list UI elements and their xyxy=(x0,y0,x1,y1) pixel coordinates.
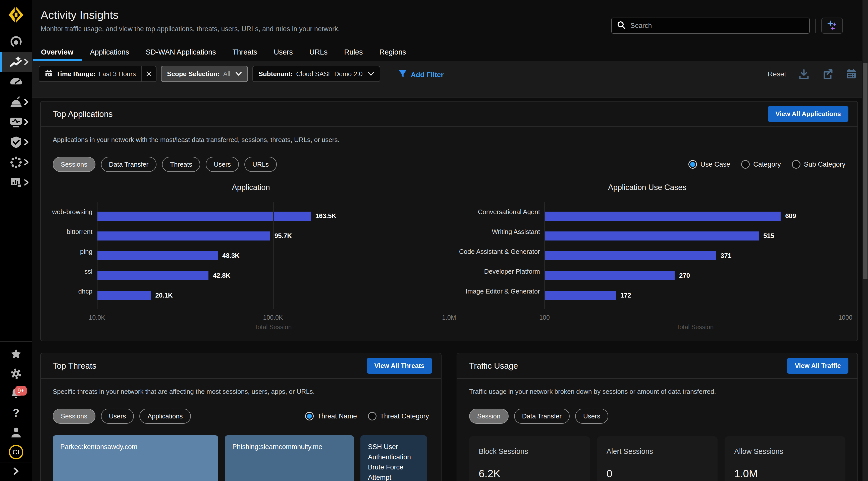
treemap-tile[interactable]: Phishing:slearncommnuity.me xyxy=(225,435,354,481)
tab-users[interactable]: Users xyxy=(266,43,301,61)
toggle-urls[interactable]: URLs xyxy=(244,157,277,172)
grouping-radio-group: Use Case Category Sub Category xyxy=(688,160,845,169)
tab-urls[interactable]: URLs xyxy=(301,43,336,61)
axis-tick: 1.0M xyxy=(442,314,456,321)
search-icon xyxy=(617,21,626,31)
chart-bar xyxy=(97,271,209,280)
chevron-right-icon xyxy=(24,159,29,166)
download-button[interactable] xyxy=(798,68,810,80)
threat-grouping-radio-group: Threat Name Threat Category xyxy=(305,412,429,420)
card-description: Traffic usage in your network broken dow… xyxy=(469,388,845,396)
threats-treemap: Parked:kentonsawdy.com Phishing:slearnco… xyxy=(53,435,429,481)
settings-button[interactable] xyxy=(0,364,32,384)
export-button[interactable] xyxy=(822,68,833,80)
filter-value: Last 3 Hours xyxy=(99,70,136,78)
radio-use-case[interactable]: Use Case xyxy=(688,160,731,169)
sidebar-item-reports[interactable] xyxy=(0,172,32,192)
scrollbar-thumb[interactable] xyxy=(863,63,868,279)
scope-selection-dropdown[interactable]: Scope Selection: All xyxy=(161,66,248,82)
export-icon xyxy=(822,68,833,80)
radio-threat-name[interactable]: Threat Name xyxy=(305,412,357,420)
chart-bar xyxy=(545,251,716,260)
toggle-threats[interactable]: Threats xyxy=(162,157,200,172)
card-title: Top Applications xyxy=(53,109,113,119)
search-box[interactable] xyxy=(611,18,810,34)
tab-applications[interactable]: Applications xyxy=(82,43,137,61)
toggle-users[interactable]: Users xyxy=(575,409,608,424)
chart-value-label: 172 xyxy=(620,292,631,299)
filter-value: Cloud SASE Demo 2.0 xyxy=(296,70,363,78)
radio-threat-category[interactable]: Threat Category xyxy=(368,412,429,420)
remove-time-range-filter-button[interactable] xyxy=(142,66,156,82)
time-range-filter-chip[interactable]: Time Range: Last 3 Hours xyxy=(39,66,156,82)
sidebar-item-workflows[interactable] xyxy=(0,152,32,172)
chart-category-label: bittorrent xyxy=(53,222,97,242)
view-all-traffic-button[interactable]: View All Traffic xyxy=(787,358,848,374)
favorites-button[interactable] xyxy=(0,344,32,364)
axis-tick: 1000 xyxy=(838,314,852,321)
chart-bar xyxy=(97,251,218,260)
tab-rules[interactable]: Rules xyxy=(336,43,371,61)
chart-category-label: Image Editor & Generator xyxy=(449,281,545,301)
notifications-button[interactable]: 9+ xyxy=(0,384,32,403)
axis-tick: 100.0K xyxy=(263,314,283,321)
toggle-data-transfer[interactable]: Data Transfer xyxy=(514,409,570,424)
chart-value-label: 42.8K xyxy=(213,272,230,279)
toggle-applications[interactable]: Applications xyxy=(140,409,191,424)
treemap-tile[interactable]: SSH User Authentication Brute Force Atte… xyxy=(361,435,427,481)
profile-button[interactable] xyxy=(0,423,32,442)
toggle-session[interactable]: Session xyxy=(469,409,508,424)
chart-category-label: Developer Platform xyxy=(449,262,545,281)
view-all-threats-button[interactable]: View All Threats xyxy=(367,358,432,374)
subtenant-dropdown[interactable]: Subtenant: Cloud SASE Demo 2.0 xyxy=(252,66,380,82)
chart-value-label: 20.1K xyxy=(155,292,173,299)
toggle-data-transfer[interactable]: Data Transfer xyxy=(101,157,157,172)
chart-bar xyxy=(545,232,759,241)
chart-plot-area: 609 515 371 270 172 xyxy=(545,202,845,309)
toggle-sessions[interactable]: Sessions xyxy=(53,157,95,172)
help-button[interactable]: ? xyxy=(0,403,32,423)
x-axis-ticks: 10.0K 100.0K 1.0M xyxy=(97,312,449,324)
tab-overview[interactable]: Overview xyxy=(33,43,82,61)
chart-value-label: 163.5K xyxy=(315,212,336,220)
chart-category-label: ssl xyxy=(53,262,97,281)
toggle-users[interactable]: Users xyxy=(206,157,239,172)
sidebar-item-activity-insights[interactable] xyxy=(0,52,32,72)
close-icon xyxy=(146,71,152,77)
page-scrollbar[interactable] xyxy=(862,0,868,481)
radio-icon xyxy=(741,160,750,169)
sidebar-item-security[interactable] xyxy=(0,132,32,152)
application-use-cases-chart: Application Use Cases Conversational Age… xyxy=(449,183,845,331)
search-input[interactable] xyxy=(630,22,804,30)
sidebar-item-monitor[interactable] xyxy=(0,112,32,132)
tab-threats[interactable]: Threats xyxy=(224,43,266,61)
toggle-users[interactable]: Users xyxy=(101,409,134,424)
chart-value-label: 270 xyxy=(679,272,690,279)
x-axis-title: Total Session xyxy=(676,324,714,330)
tenant-avatar[interactable]: CI xyxy=(0,442,32,462)
sidebar-item-dashboards[interactable] xyxy=(0,72,32,92)
chevron-right-icon xyxy=(13,467,19,476)
toggle-sessions[interactable]: Sessions xyxy=(53,409,95,424)
reset-button[interactable]: Reset xyxy=(768,70,786,78)
activity-insights-icon xyxy=(9,55,23,69)
ai-copilot-button[interactable] xyxy=(821,18,843,34)
tab-sdwan-applications[interactable]: SD-WAN Applications xyxy=(137,43,224,61)
sidebar-item-command-center[interactable] xyxy=(0,32,32,52)
palo-alto-networks-logo[interactable] xyxy=(7,5,25,24)
view-all-applications-button[interactable]: View All Applications xyxy=(768,106,848,122)
schedule-button[interactable] xyxy=(845,68,857,80)
page-header: Activity Insights Monitor traffic usage,… xyxy=(32,0,868,43)
main-area: Activity Insights Monitor traffic usage,… xyxy=(32,0,868,481)
treemap-tile[interactable]: Parked:kentonsawdy.com xyxy=(53,435,218,481)
add-filter-button[interactable]: Add Filter xyxy=(398,70,444,80)
chart-category-label: Conversational Agent xyxy=(449,202,545,222)
tab-regions[interactable]: Regions xyxy=(371,43,414,61)
radio-sub-category[interactable]: Sub Category xyxy=(792,160,845,169)
chart-bar xyxy=(97,291,151,300)
sidebar-expand-button[interactable] xyxy=(0,462,32,481)
chart-value-label: 515 xyxy=(763,232,774,240)
sidebar-item-incidents[interactable] xyxy=(0,92,32,112)
chart-category-label: web-browsing xyxy=(53,202,97,222)
radio-category[interactable]: Category xyxy=(741,160,781,169)
